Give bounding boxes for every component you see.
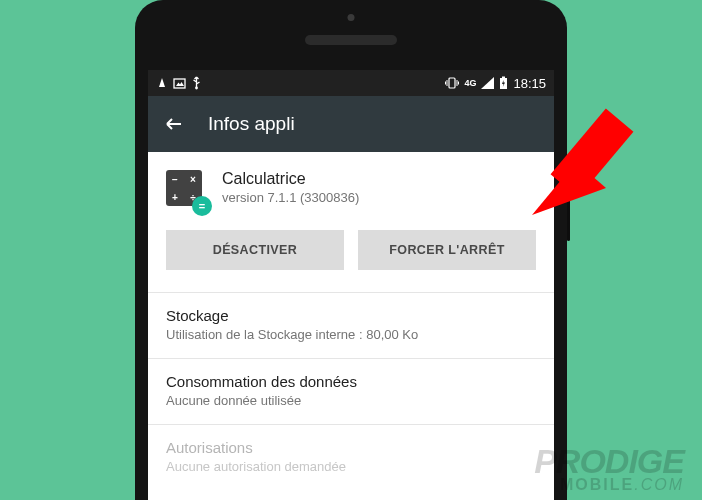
storage-section[interactable]: Stockage Utilisation de la Stockage inte… (148, 292, 554, 358)
permissions-title: Autorisations (166, 439, 536, 456)
data-title: Consommation des données (166, 373, 536, 390)
storage-title: Stockage (166, 307, 536, 324)
svg-marker-2 (176, 82, 184, 86)
disable-button[interactable]: DÉSACTIVER (166, 230, 344, 270)
app-name: Calculatrice (222, 170, 359, 188)
usb-icon (191, 76, 202, 90)
screen: 4G 18:15 Infos appli −×+÷ (148, 70, 554, 500)
app-bar-title: Infos appli (208, 113, 295, 135)
app-bar: Infos appli (148, 96, 554, 152)
app-header: −×+÷ = Calculatrice version 7.1.1 (33008… (148, 152, 554, 222)
battery-icon (499, 76, 508, 90)
svg-rect-4 (449, 78, 455, 88)
force-stop-button[interactable]: FORCER L'ARRÊT (358, 230, 536, 270)
permissions-sub: Aucune autorisation demandée (166, 459, 536, 474)
storage-sub: Utilisation de la Stockage interne : 80,… (166, 327, 536, 342)
svg-rect-7 (502, 77, 505, 79)
speaker-grille (305, 35, 397, 45)
app-version: version 7.1.1 (3300836) (222, 190, 359, 205)
svg-marker-5 (481, 77, 494, 89)
app-info: Calculatrice version 7.1.1 (3300836) (222, 170, 359, 205)
data-sub: Aucune donnée utilisée (166, 393, 536, 408)
watermark-line1: PRODIGE (534, 445, 684, 477)
status-right: 4G 18:15 (445, 76, 546, 91)
network-label: 4G (464, 78, 476, 88)
clock-label: 18:15 (513, 76, 546, 91)
svg-point-3 (195, 87, 198, 90)
content: −×+÷ = Calculatrice version 7.1.1 (33008… (148, 152, 554, 490)
back-arrow-icon[interactable] (164, 114, 184, 134)
status-bar: 4G 18:15 (148, 70, 554, 96)
signal-icon (481, 77, 494, 89)
watermark: PRODIGE MOBILE.COM (534, 445, 684, 492)
app-icon: −×+÷ = (166, 170, 208, 212)
power-button (567, 163, 570, 241)
vibrate-icon (445, 77, 459, 89)
equals-badge-icon: = (192, 196, 212, 216)
svg-rect-1 (174, 79, 185, 88)
phone-frame: 4G 18:15 Infos appli −×+÷ (135, 0, 567, 500)
data-usage-section[interactable]: Consommation des données Aucune donnée u… (148, 358, 554, 424)
svg-marker-0 (159, 78, 165, 87)
button-row: DÉSACTIVER FORCER L'ARRÊT (148, 222, 554, 292)
camera-dot (348, 14, 355, 21)
vlc-icon (156, 77, 168, 89)
permissions-section[interactable]: Autorisations Aucune autorisation demand… (148, 424, 554, 490)
status-left (156, 76, 202, 90)
image-icon (173, 77, 186, 90)
